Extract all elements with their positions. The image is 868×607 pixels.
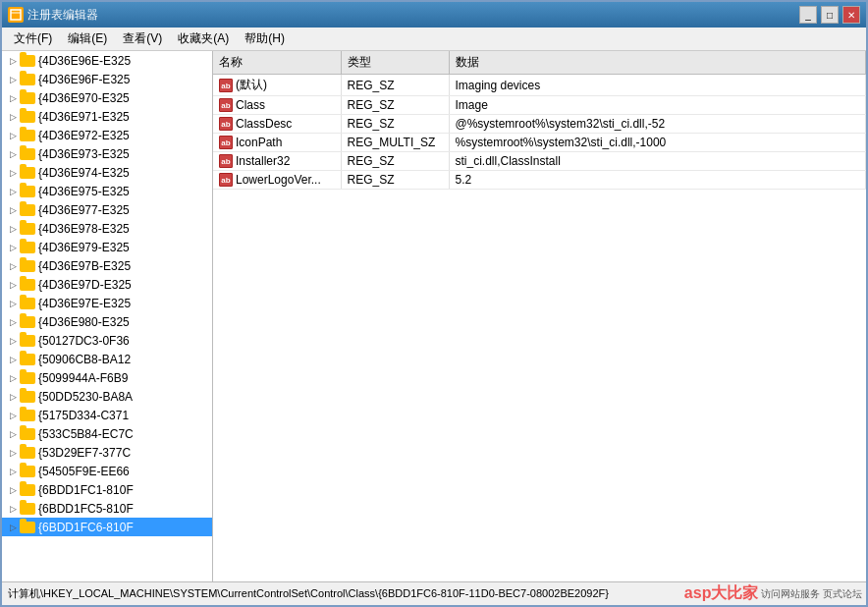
minimize-button[interactable]: _ [799,6,817,24]
tree-item-label: {6BDD1FC6-810F [38,521,134,534]
reg-icon: ab [219,173,233,187]
expand-icon[interactable]: ▷ [6,203,20,217]
expand-icon[interactable]: ▷ [6,241,20,254]
folder-icon [20,447,35,459]
tree-item[interactable]: ▷{4D36E974-E325 [2,163,212,182]
table-row[interactable]: abClassDescREG_SZ@%systemroot%\system32\… [213,115,866,134]
table-row[interactable]: abLowerLogoVer...REG_SZ5.2 [213,171,866,190]
cell-name-label: LowerLogoVer... [236,173,321,187]
reg-icon: ab [219,98,233,112]
cell-name-label: Installer32 [236,154,290,168]
folder-icon [20,186,35,197]
tree-item-label: {4D36E979-E325 [38,241,130,254]
cell-data: Imaging devices [449,75,866,96]
tree-item-label: {50DD5230-BA8A [38,390,133,404]
tree-item[interactable]: ▷{54505F9E-EE66 [2,462,212,480]
expand-icon[interactable]: ▷ [6,409,20,422]
reg-icon: ab [219,117,233,131]
status-bar: 计算机\HKEY_LOCAL_MACHINE\SYSTEM\CurrentCon… [2,581,866,605]
tree-panel[interactable]: ▷{4D36E96E-E325▷{4D36E96F-E325▷{4D36E970… [2,51,213,581]
menu-view[interactable]: 查看(V) [115,28,170,49]
registry-table: 名称 类型 数据 ab(默认)REG_SZImaging devicesabCl… [213,51,866,190]
tree-item-label: {4D36E970-E325 [38,91,130,105]
expand-icon[interactable]: ▷ [6,129,20,142]
menu-favorites[interactable]: 收藏夹(A) [170,28,237,49]
folder-icon [20,279,35,291]
svg-rect-0 [11,10,21,20]
tree-item[interactable]: ▷{4D36E972-E325 [2,126,212,144]
watermark: asp大比家 访问网站服务 页式论坛 [680,582,866,605]
close-button[interactable]: ✕ [842,6,860,24]
table-row[interactable]: ab(默认)REG_SZImaging devices [213,75,866,96]
expand-icon[interactable]: ▷ [6,73,20,86]
tree-item[interactable]: ▷{6BDD1FC6-810F [2,518,212,536]
expand-icon[interactable]: ▷ [6,278,20,292]
cell-name: abClass [213,96,341,115]
tree-item[interactable]: ▷{50DD5230-BA8A [2,387,212,406]
expand-icon[interactable]: ▷ [6,371,20,385]
expand-icon[interactable]: ▷ [6,297,20,310]
table-row[interactable]: abInstaller32REG_SZsti_ci.dll,ClassInsta… [213,152,866,171]
expand-icon[interactable]: ▷ [6,521,20,534]
tree-item[interactable]: ▷{4D36E970-E325 [2,88,212,107]
expand-icon[interactable]: ▷ [6,390,20,404]
expand-icon[interactable]: ▷ [6,110,20,124]
tree-item[interactable]: ▷{4D36E980-E325 [2,312,212,331]
tree-item[interactable]: ▷{4D36E97D-E325 [2,275,212,294]
expand-icon[interactable]: ▷ [6,465,20,478]
tree-item[interactable]: ▷{4D36E977-E325 [2,200,212,219]
expand-icon[interactable]: ▷ [6,353,20,366]
tree-item[interactable]: ▷{50906CB8-BA12 [2,350,212,368]
tree-item[interactable]: ▷{5175D334-C371 [2,406,212,424]
tree-item[interactable]: ▷{533C5B84-EC7C [2,424,212,443]
tree-item[interactable]: ▷{6BDD1FC5-810F [2,499,212,518]
tree-item-label: {4D36E973-E325 [38,147,130,161]
content-panel[interactable]: 名称 类型 数据 ab(默认)REG_SZImaging devicesabCl… [213,51,866,581]
expand-icon[interactable]: ▷ [6,502,20,516]
tree-item[interactable]: ▷{5099944A-F6B9 [2,368,212,387]
tree-item[interactable]: ▷{50127DC3-0F36 [2,331,212,350]
table-row[interactable]: abClassREG_SZImage [213,96,866,115]
cell-data: 5.2 [449,171,866,190]
expand-icon[interactable]: ▷ [6,91,20,105]
expand-icon[interactable]: ▷ [6,427,20,441]
folder-icon [20,428,35,440]
status-path: 计算机\HKEY_LOCAL_MACHINE\SYSTEM\CurrentCon… [8,586,609,601]
tree-item[interactable]: ▷{4D36E973-E325 [2,144,212,163]
folder-icon [20,466,35,477]
watermark-site: 访问网站服务 页式论坛 [758,587,862,601]
tree-item[interactable]: ▷{6BDD1FC1-810F [2,480,212,499]
tree-item[interactable]: ▷{4D36E978-E325 [2,219,212,238]
tree-item[interactable]: ▷{4D36E971-E325 [2,107,212,126]
expand-icon[interactable]: ▷ [6,147,20,161]
tree-item-label: {4D36E978-E325 [38,222,130,236]
tree-item[interactable]: ▷{4D36E979-E325 [2,238,212,256]
folder-icon [20,372,35,384]
tree-item[interactable]: ▷{4D36E97E-E325 [2,294,212,312]
tree-item[interactable]: ▷{4D36E97B-E325 [2,256,212,275]
tree-item[interactable]: ▷{4D36E96E-E325 [2,51,212,70]
folder-icon [20,148,35,160]
menu-help[interactable]: 帮助(H) [237,28,293,49]
table-row[interactable]: abIconPathREG_MULTI_SZ%systemroot%\syste… [213,134,866,152]
expand-icon[interactable]: ▷ [6,259,20,273]
cell-type: REG_SZ [341,96,449,115]
tree-item[interactable]: ▷{53D29EF7-377C [2,443,212,462]
cell-type: REG_MULTI_SZ [341,134,449,152]
tree-item-label: {4D36E97E-E325 [38,297,131,310]
maximize-button[interactable]: □ [821,6,839,24]
expand-icon[interactable]: ▷ [6,334,20,348]
expand-icon[interactable]: ▷ [6,185,20,198]
tree-item[interactable]: ▷{4D36E975-E325 [2,182,212,200]
expand-icon[interactable]: ▷ [6,315,20,329]
expand-icon[interactable]: ▷ [6,222,20,236]
col-header-type: 类型 [341,51,449,75]
expand-icon[interactable]: ▷ [6,166,20,180]
folder-icon [20,74,35,85]
expand-icon[interactable]: ▷ [6,483,20,497]
menu-file[interactable]: 文件(F) [6,28,60,49]
expand-icon[interactable]: ▷ [6,446,20,460]
menu-edit[interactable]: 编辑(E) [60,28,115,49]
tree-item[interactable]: ▷{4D36E96F-E325 [2,70,212,88]
expand-icon[interactable]: ▷ [6,54,20,68]
